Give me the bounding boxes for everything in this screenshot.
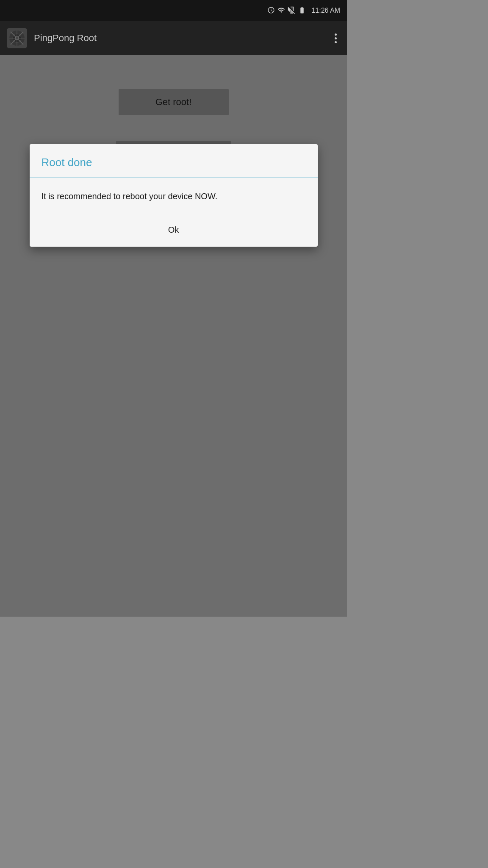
dialog-body: It is recommended to reboot your device … bbox=[30, 178, 318, 213]
dialog-title: Root done bbox=[42, 156, 92, 169]
dialog-ok-button[interactable]: Ok bbox=[158, 222, 189, 238]
root-done-dialog: Root done It is recommended to reboot yo… bbox=[30, 144, 318, 247]
dialog-header: Root done bbox=[30, 144, 318, 178]
dialog-overlay: Root done It is recommended to reboot yo… bbox=[0, 0, 347, 617]
dialog-message: It is recommended to reboot your device … bbox=[42, 190, 306, 203]
dialog-footer: Ok bbox=[30, 213, 318, 247]
